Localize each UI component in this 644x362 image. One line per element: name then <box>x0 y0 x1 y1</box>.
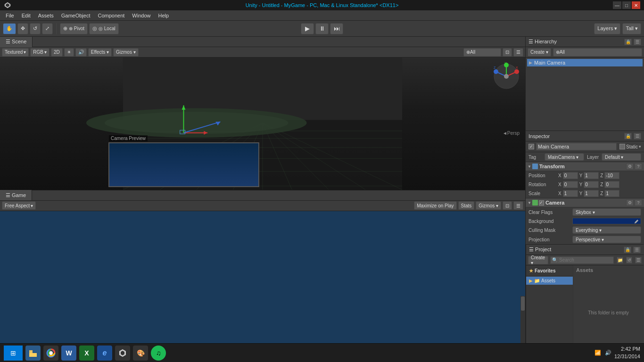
taskbar-chrome[interactable] <box>43 346 58 361</box>
pos-x-input[interactable] <box>563 172 578 179</box>
taskbar-unity[interactable] <box>115 346 130 361</box>
layers-dropdown[interactable]: Layers ▾ <box>594 23 620 34</box>
aspect-dropdown[interactable]: Free Aspect ▾ <box>2 201 36 210</box>
hierarchy-menu[interactable]: ☰ <box>634 39 641 45</box>
menu-component[interactable]: Component <box>94 12 128 19</box>
game-gizmos[interactable]: Gizmos ▾ <box>476 201 501 210</box>
clear-flags-dropdown[interactable]: Skybox ▾ <box>572 208 641 216</box>
hierarchy-item-main-camera[interactable]: ▶ Main Camera <box>527 59 643 66</box>
project-refresh[interactable]: ↺ <box>626 257 633 263</box>
rot-y-input[interactable] <box>584 181 599 188</box>
taskbar-paint[interactable]: 🎨 <box>133 346 148 361</box>
project-assets-folder[interactable]: ▶ 📁 Assets <box>526 277 573 285</box>
2d-button[interactable]: 2D <box>51 48 63 57</box>
audio-button[interactable]: 🔊 <box>75 48 87 57</box>
game-menu[interactable]: ☰ <box>513 201 523 210</box>
color-mode-dropdown[interactable]: RGB ▾ <box>30 48 50 57</box>
hierarchy-tab-label: ☰ Hierarchy <box>528 39 557 45</box>
scale-tool[interactable]: ⤢ <box>42 23 53 34</box>
static-dropdown[interactable]: ▾ <box>639 144 641 149</box>
hierarchy-create[interactable]: Create ▾ <box>528 48 551 57</box>
taskbar-excel[interactable]: X <box>79 346 94 361</box>
inspector-menu[interactable]: ☰ <box>634 133 641 140</box>
inspector-lock[interactable]: 🔒 <box>624 133 632 140</box>
project-lock[interactable]: 🔒 <box>624 247 631 253</box>
maximize-button[interactable]: □ <box>622 1 631 9</box>
scale-y-input[interactable] <box>584 190 599 197</box>
layer-dropdown[interactable]: Default ▾ <box>602 153 641 161</box>
camera-settings-icon[interactable]: ⚙ <box>626 199 634 206</box>
hierarchy-lock[interactable]: 🔒 <box>624 39 632 45</box>
volume-icon[interactable]: 🔊 <box>605 350 611 356</box>
draw-mode-dropdown[interactable]: Textured ▾ <box>2 48 29 57</box>
project-reveal[interactable]: 📁 <box>617 257 623 263</box>
play-button[interactable]: ▶ <box>301 23 314 34</box>
persp-label: ◄Persp <box>503 131 520 136</box>
project-menu[interactable]: ☰ <box>633 247 641 253</box>
projection-dropdown[interactable]: Perspective ▾ <box>572 236 641 243</box>
menu-gameobject[interactable]: GameObject <box>58 12 94 19</box>
project-search[interactable] <box>550 256 614 264</box>
effects-dropdown[interactable]: Effects ▾ <box>88 48 112 57</box>
game-viewport[interactable] <box>0 211 525 344</box>
local-button[interactable]: ◎ ◎ Local <box>89 23 119 34</box>
project-options[interactable]: ☰ <box>635 257 642 263</box>
pause-button[interactable]: ⏸ <box>315 23 329 34</box>
camera-question-icon[interactable]: ? <box>635 199 642 206</box>
rot-z-input[interactable] <box>604 181 619 188</box>
project-scrollbar-thumb[interactable] <box>521 296 525 311</box>
taskbar-clock[interactable]: 2:42 PM 12/31/2014 <box>614 346 640 360</box>
pivot-button[interactable]: ⊕ ⊕ Pivot <box>60 23 88 34</box>
network-icon[interactable]: 📶 <box>594 350 601 356</box>
transform-header[interactable]: ▼ Transform ⚙ ? <box>526 162 644 171</box>
scale-x-input[interactable] <box>563 190 578 197</box>
taskbar-explorer[interactable] <box>25 346 41 361</box>
culling-mask-dropdown[interactable]: Everything ▾ <box>572 226 641 234</box>
pos-z-input[interactable] <box>604 172 619 179</box>
menu-file[interactable]: File <box>2 12 18 19</box>
scene-viewport[interactable]: X Y Z ◄Persp <box>0 58 525 190</box>
menu-assets[interactable]: Assets <box>34 12 58 19</box>
start-button[interactable]: ⊞ <box>4 346 23 361</box>
project-scrollbar[interactable] <box>520 296 525 343</box>
menu-edit[interactable]: Edit <box>18 12 34 19</box>
camera-header[interactable]: ▼ Camera ⚙ ? <box>526 198 644 207</box>
stats-button[interactable]: Stats <box>458 201 475 210</box>
scene-gizmo[interactable]: X Y Z <box>492 62 520 90</box>
scene-menu[interactable]: ☰ <box>513 48 523 57</box>
gizmos-dropdown[interactable]: Gizmos ▾ <box>113 48 139 57</box>
svg-rect-40 <box>29 353 37 357</box>
step-button[interactable]: ⏭ <box>330 23 343 34</box>
rotate-tool[interactable]: ↺ <box>30 23 41 34</box>
move-tool[interactable]: ✥ <box>17 23 28 34</box>
lighting-button[interactable]: ☀ <box>64 48 74 57</box>
object-enabled-checkbox[interactable] <box>528 144 534 149</box>
game-maximize[interactable]: ⊡ <box>503 201 512 210</box>
taskbar-spotify[interactable]: ♫ <box>151 346 166 361</box>
hierarchy-search[interactable]: ⊕All <box>553 48 642 57</box>
scene-tab[interactable]: ☰ Scene <box>0 37 33 47</box>
transform-question-icon[interactable]: ? <box>635 163 642 170</box>
taskbar-ie[interactable]: e <box>97 346 112 361</box>
static-checkbox[interactable] <box>619 144 625 149</box>
tag-dropdown[interactable]: MainCamera ▾ <box>545 153 584 161</box>
minimize-button[interactable]: — <box>613 1 621 9</box>
object-name-input[interactable] <box>536 143 617 150</box>
rot-x-input[interactable] <box>563 181 578 188</box>
scene-maximize[interactable]: ⊡ <box>503 48 512 57</box>
menu-window[interactable]: Window <box>128 12 154 19</box>
close-button[interactable]: ✕ <box>632 1 640 9</box>
scale-z-input[interactable] <box>604 190 619 197</box>
camera-enabled-checkbox[interactable] <box>539 200 544 206</box>
background-color-swatch[interactable] <box>572 218 641 224</box>
menu-help[interactable]: Help <box>154 12 173 19</box>
hand-tool[interactable]: ✋ <box>3 23 16 34</box>
layout-dropdown[interactable]: Tall ▾ <box>622 23 641 34</box>
maximize-on-play[interactable]: Maximize on Play <box>414 201 456 210</box>
taskbar-word[interactable]: W <box>61 346 76 361</box>
scene-search[interactable]: ⊕All <box>463 48 501 57</box>
pos-y-input[interactable] <box>584 172 599 179</box>
project-create[interactable]: Create ▾ <box>528 256 548 264</box>
transform-settings-icon[interactable]: ⚙ <box>626 163 634 170</box>
game-tab[interactable]: ☰ Game <box>0 190 32 200</box>
